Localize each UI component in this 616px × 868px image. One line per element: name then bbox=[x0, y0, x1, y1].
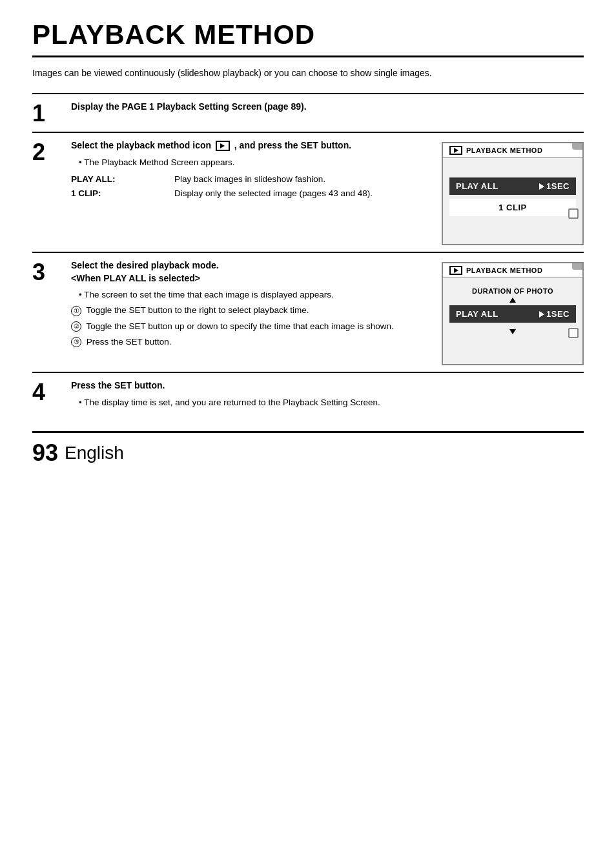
up-arrow-container bbox=[449, 295, 576, 305]
circle-2: ② bbox=[71, 321, 81, 332]
circle-1: ① bbox=[71, 306, 81, 316]
step-1-title: Display the PAGE 1 Playback Setting Scre… bbox=[71, 101, 584, 114]
step3-row1-arrow bbox=[539, 311, 544, 318]
step3-row1-right-text: 1SEC bbox=[546, 309, 570, 319]
step-3-section: 3 Select the desired playback mode. <Whe… bbox=[32, 252, 584, 365]
step-3-play-all-row: PLAY ALL 1SEC bbox=[449, 305, 576, 323]
step-3-subtitle: <When PLAY ALL is selected> bbox=[71, 273, 200, 283]
1clip-label: 1 CLIP: bbox=[71, 187, 123, 200]
step-2-title-text: Select the playback method icon bbox=[71, 140, 211, 150]
step-2-screen-header: PLAYBACK METHOD bbox=[443, 143, 582, 158]
step-1-number: 1 bbox=[32, 102, 58, 125]
screen-header-play-icon bbox=[449, 146, 462, 155]
step-4-section: 4 Press the SET button. • The display ti… bbox=[32, 372, 584, 412]
step-3-screen-play-icon bbox=[449, 266, 462, 275]
page-footer: 93 English bbox=[32, 431, 584, 467]
intro-text: Images can be viewed continuously (slide… bbox=[32, 66, 584, 80]
screen-corner-icon-3 bbox=[568, 328, 579, 338]
step-4-title: Press the SET button. bbox=[71, 379, 584, 392]
footer-language: English bbox=[65, 443, 124, 463]
screen-tab bbox=[572, 143, 582, 150]
step-4-number: 4 bbox=[32, 381, 58, 404]
step-3-circled-1: ① Toggle the SET button to the right to … bbox=[71, 304, 429, 317]
screen-corner-icon-2 bbox=[568, 208, 579, 219]
play-all-def: Play back images in slideshow fashion. bbox=[174, 173, 325, 186]
duration-label: DURATION OF PHOTO bbox=[449, 283, 576, 295]
down-arrow-container bbox=[449, 327, 576, 337]
step-3-bullet-1: • The screen to set the time that each i… bbox=[79, 288, 429, 301]
step-1-section: 1 Display the PAGE 1 Playback Setting Sc… bbox=[32, 93, 584, 125]
step-3-circled-3: ③ Press the SET button. bbox=[71, 336, 429, 348]
step-2-play-all-row: PLAY ALL 1SEC bbox=[449, 177, 576, 195]
row1-right-text: 1SEC bbox=[546, 181, 570, 191]
step-3-screen: PLAYBACK METHOD DURATION OF PHOTO PLAY A… bbox=[442, 262, 584, 365]
step-3-screen-title: PLAYBACK METHOD bbox=[466, 267, 542, 274]
1clip-text: 1 CLIP bbox=[498, 203, 526, 212]
step-4-bullet-1: • The display time is set, and you are r… bbox=[79, 396, 584, 409]
step-3-screen-header: PLAYBACK METHOD bbox=[443, 263, 582, 278]
step-2-bullet-1: • The Playback Method Screen appears. bbox=[79, 156, 429, 169]
footer-page-number: 93 bbox=[32, 439, 58, 467]
step-2-term-1clip: 1 CLIP: Display only the selected image … bbox=[71, 187, 429, 200]
step-3-title: Select the desired playback mode. <When … bbox=[71, 259, 429, 285]
step-2-title-text2: , and press the SET button. bbox=[234, 140, 351, 150]
step-2-title: Select the playback method icon , and pr… bbox=[71, 139, 429, 152]
step-2-section: 2 Select the playback method icon , and … bbox=[32, 132, 584, 245]
step-2-number: 2 bbox=[32, 141, 58, 164]
page-title: PLAYBACK METHOD bbox=[32, 19, 584, 57]
circle-3: ③ bbox=[71, 337, 81, 347]
screen-tab-3 bbox=[572, 263, 582, 270]
step-2-screen-body: PLAY ALL 1SEC 1 CLIP bbox=[443, 158, 582, 223]
play-icon-small bbox=[220, 143, 225, 148]
step-2-screen: PLAYBACK METHOD PLAY ALL 1SEC 1 CLIP bbox=[442, 142, 584, 245]
play-all-text: PLAY ALL bbox=[456, 181, 498, 191]
play-all-right: 1SEC bbox=[539, 181, 570, 191]
step-2-term-play-all: PLAY ALL: Play back images in slideshow … bbox=[71, 173, 429, 186]
step-3-screen-body: DURATION OF PHOTO PLAY ALL 1SEC bbox=[443, 278, 582, 342]
down-arrow-icon bbox=[509, 329, 516, 334]
play-all-label: PLAY ALL: bbox=[71, 173, 123, 186]
up-arrow-icon bbox=[509, 298, 516, 303]
step-3-title-text: Select the desired playback mode. bbox=[71, 260, 219, 270]
playback-method-icon bbox=[216, 141, 230, 151]
step-3-circled-2: ② Toggle the SET button up or down to sp… bbox=[71, 320, 429, 333]
1clip-def: Display only the selected image (pages 4… bbox=[174, 187, 373, 200]
step-2-screen-title: PLAYBACK METHOD bbox=[466, 146, 542, 154]
step-3-number: 3 bbox=[32, 261, 58, 284]
step-2-1clip-row: 1 CLIP bbox=[449, 199, 576, 216]
step3-play-all-right: 1SEC bbox=[539, 309, 570, 319]
step3-play-all-text: PLAY ALL bbox=[456, 309, 498, 319]
row1-arrow bbox=[539, 183, 544, 190]
